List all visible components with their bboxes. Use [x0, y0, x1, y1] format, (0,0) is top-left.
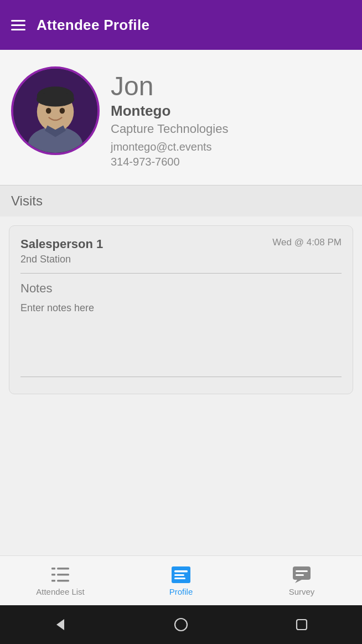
nav-survey-label: Survey	[289, 587, 315, 596]
profile-icon	[170, 565, 192, 584]
svg-rect-8	[57, 568, 69, 570]
avatar	[11, 66, 100, 155]
profile-company: Capture Technologies	[111, 122, 228, 136]
svg-marker-19	[295, 580, 302, 583]
svg-rect-21	[296, 574, 304, 576]
svg-rect-20	[296, 570, 308, 572]
profile-first-name: Jon	[111, 72, 228, 101]
svg-rect-11	[51, 568, 55, 570]
svg-rect-16	[174, 574, 184, 576]
svg-marker-22	[56, 619, 64, 630]
visit-card: Salesperson 1 Wed @ 4:08 PM 2nd Station …	[9, 225, 353, 394]
nav-attendee-list[interactable]: Attendee List	[0, 565, 121, 596]
home-button[interactable]	[173, 616, 189, 633]
page-title: Attendee Profile	[37, 17, 149, 34]
profile-email: jmontego@ct.events	[111, 141, 228, 153]
svg-rect-9	[57, 574, 69, 576]
station-name: 2nd Station	[20, 254, 342, 265]
svg-rect-24	[297, 620, 307, 630]
visit-card-header: Salesperson 1 Wed @ 4:08 PM	[20, 237, 342, 251]
svg-point-23	[175, 619, 187, 631]
profile-info: Jon Montego Capture Technologies jmonteg…	[111, 66, 228, 168]
svg-point-7	[60, 108, 65, 114]
notes-input[interactable]	[20, 302, 342, 369]
top-bar: Attendee Profile	[0, 0, 362, 50]
svg-rect-12	[51, 574, 55, 576]
notes-label: Notes	[20, 281, 342, 296]
svg-rect-15	[174, 570, 188, 573]
visit-divider	[20, 273, 342, 274]
nav-survey[interactable]: Survey	[241, 565, 362, 596]
salesperson-name: Salesperson 1	[20, 237, 103, 251]
visit-time: Wed @ 4:08 PM	[272, 237, 342, 248]
notes-bottom-line	[20, 377, 342, 377]
nav-profile-label: Profile	[169, 587, 193, 596]
survey-icon	[291, 565, 312, 584]
recent-button[interactable]	[293, 616, 310, 633]
list-icon	[50, 565, 71, 584]
system-nav	[0, 605, 362, 644]
svg-rect-17	[174, 578, 185, 579]
back-button[interactable]	[52, 616, 69, 633]
bottom-nav: Attendee List Profile	[0, 555, 362, 605]
visits-header: Visits	[0, 186, 362, 217]
profile-phone: 314-973-7600	[111, 156, 228, 168]
nav-attendee-list-label: Attendee List	[36, 587, 85, 596]
svg-point-5	[37, 92, 74, 107]
svg-rect-10	[57, 580, 69, 582]
svg-point-6	[46, 108, 51, 114]
svg-rect-13	[51, 580, 55, 582]
visits-content: Salesperson 1 Wed @ 4:08 PM 2nd Station …	[0, 217, 362, 555]
profile-last-name: Montego	[111, 102, 228, 120]
svg-rect-18	[293, 566, 311, 580]
visits-title: Visits	[11, 193, 43, 208]
nav-profile[interactable]: Profile	[121, 565, 241, 596]
menu-button[interactable]	[11, 20, 25, 30]
profile-section: Jon Montego Capture Technologies jmonteg…	[0, 50, 362, 186]
